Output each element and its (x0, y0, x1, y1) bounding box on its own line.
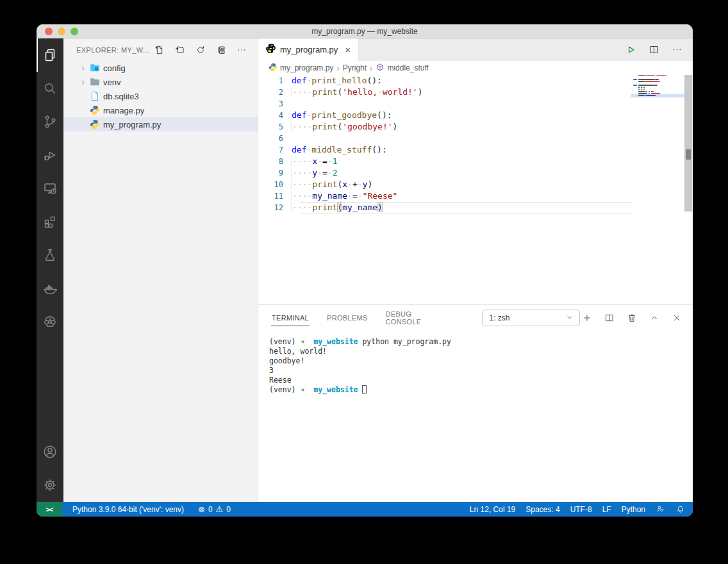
collapse-all-icon[interactable] (214, 43, 228, 57)
code-text: ····x·=·1 (292, 156, 337, 167)
docker-icon[interactable] (37, 272, 63, 305)
terminal-panel: TERMINALPROBLEMSDEBUG CONSOLE 1: zsh (ve… (258, 304, 693, 502)
minimize-window-button[interactable] (58, 28, 65, 35)
status-bar: >< Python 3.9.0 64-bit ('venv': venv) ⊗ … (37, 502, 693, 517)
account-icon[interactable] (37, 435, 63, 469)
split-terminal-icon[interactable] (602, 311, 616, 325)
chevron-down-icon (565, 313, 574, 324)
remote-indicator[interactable]: >< (37, 502, 62, 517)
file-tree: configvenvdb.sqlite3manage.pymy_program.… (63, 61, 258, 502)
editor-scrollbar[interactable] (684, 75, 693, 304)
explorer-icon[interactable] (37, 38, 63, 72)
kill-terminal-icon[interactable] (625, 311, 639, 325)
line-number: 10 (258, 179, 292, 190)
code-line-11[interactable]: 11····my_name·=·"Reese" (258, 190, 693, 202)
bell-icon[interactable] (675, 504, 685, 514)
code-text: ····print(x·+·y) (292, 179, 372, 190)
tree-item-db-sqlite3[interactable]: db.sqlite3 (63, 89, 258, 103)
code-line-6[interactable]: 6 (258, 133, 693, 144)
explorer-title: EXPLORER: MY_W... (76, 46, 153, 54)
refresh-icon[interactable] (194, 43, 208, 57)
search-icon[interactable] (37, 72, 63, 105)
code-editor[interactable]: 1def·print_hello():2····print('hello,·wo… (258, 75, 693, 304)
code-text: def·middle_stuff(): (292, 144, 387, 156)
source-control-icon[interactable] (37, 105, 63, 138)
tree-item-venv[interactable]: venv (63, 75, 258, 89)
language-mode-status[interactable]: Python (622, 505, 645, 514)
testing-icon[interactable] (37, 238, 63, 272)
maximize-panel-icon[interactable] (647, 311, 661, 325)
more-icon[interactable] (235, 43, 249, 57)
more-actions-icon[interactable] (670, 43, 684, 57)
chevron-right-icon[interactable] (79, 63, 90, 73)
file-label: manage.py (103, 106, 144, 115)
code-line-10[interactable]: 10····print(x·+·y) (258, 179, 693, 190)
panel-tab-debug-console[interactable]: DEBUG CONSOLE (385, 306, 440, 329)
feedback-icon[interactable] (656, 504, 665, 514)
code-line-2[interactable]: 2····print('hello,·world!') (258, 87, 693, 98)
close-panel-icon[interactable] (670, 311, 684, 325)
breadcrumb-item-my-program-py[interactable]: my_program.py (269, 63, 333, 74)
terminal-output[interactable]: (venv) ➜ my_website python my_program.py… (258, 331, 693, 502)
close-tab-icon[interactable]: × (345, 45, 351, 54)
code-line-5[interactable]: 5····print('goodbye!') (258, 121, 693, 133)
minimap[interactable] (633, 75, 684, 117)
code-line-1[interactable]: 1def·print_hello(): (258, 75, 693, 87)
eol-status[interactable]: LF (602, 505, 611, 514)
code-line-3[interactable]: 3 (258, 98, 693, 110)
code-line-8[interactable]: 8····x·=·1 (258, 156, 693, 167)
chevron-right-icon[interactable] (79, 77, 90, 87)
split-editor-icon[interactable] (647, 43, 661, 57)
tree-item-my-program-py[interactable]: my_program.py (63, 117, 258, 131)
new-folder-icon[interactable] (173, 43, 187, 57)
panel-tab-terminal[interactable]: TERMINAL (271, 310, 310, 326)
terminal-line: (venv) ➜ my_website python my_program.py (269, 337, 693, 347)
new-terminal-icon[interactable] (580, 311, 594, 325)
file-label: venv (103, 78, 120, 87)
indentation-status[interactable]: Spaces: 4 (525, 505, 559, 514)
tab-my-program[interactable]: my_program.py × (258, 38, 359, 61)
problems-status[interactable]: ⊗ 0 ⚠ 0 (198, 504, 231, 514)
window-title: my_program.py — my_website (311, 27, 417, 36)
kubernetes-icon[interactable] (37, 305, 63, 338)
tree-item-manage-py[interactable]: manage.py (63, 103, 258, 117)
shell-selector-value: 1: zsh (489, 313, 565, 322)
new-file-icon[interactable] (153, 43, 167, 57)
editor-actions (624, 38, 693, 61)
remote-explorer-icon[interactable] (37, 172, 63, 205)
panel-tab-problems[interactable]: PROBLEMS (326, 310, 368, 326)
breadcrumb-label: middle_stuff (387, 63, 428, 72)
line-number: 6 (258, 133, 292, 144)
breadcrumb-item-Pyright[interactable]: Pyright (343, 63, 367, 72)
run-debug-icon[interactable] (37, 138, 63, 172)
cursor-position-status[interactable]: Ln 12, Col 19 (470, 505, 515, 514)
settings-icon[interactable] (37, 469, 63, 502)
code-line-4[interactable]: 4def·print_goodbye(): (258, 110, 693, 121)
scrollbar-cursor-marker (686, 149, 691, 160)
scrollbar-slider[interactable] (684, 75, 692, 212)
tab-label: my_program.py (280, 45, 338, 54)
folder-icon (90, 77, 100, 87)
extensions-icon[interactable] (37, 205, 63, 238)
code-line-7[interactable]: 7def·middle_stuff(): (258, 144, 693, 156)
zoom-window-button[interactable] (70, 28, 78, 35)
breadcrumb-item-middle-stuff[interactable]: middle_stuff (376, 63, 428, 74)
panel-tabs: TERMINALPROBLEMSDEBUG CONSOLE (271, 306, 456, 329)
code-lines: 1def·print_hello():2····print('hello,·wo… (258, 75, 693, 213)
python-interpreter-status[interactable]: Python 3.9.0 64-bit ('venv': venv) (72, 505, 184, 514)
editor-group: my_program.py × my_program.py›Pyright›mi… (258, 38, 693, 502)
warning-icon: ⚠ (216, 504, 224, 514)
title-bar: my_program.py — my_website (37, 24, 693, 38)
code-line-9[interactable]: 9····y·=·2 (258, 167, 693, 179)
traffic-lights (45, 28, 78, 35)
shell-selector-dropdown[interactable]: 1: zsh (482, 310, 580, 326)
symbol-cube-icon (376, 63, 385, 74)
close-window-button[interactable] (45, 28, 53, 35)
run-python-file-icon[interactable] (624, 43, 638, 57)
line-number: 1 (258, 75, 292, 87)
file-label: db.sqlite3 (103, 92, 139, 101)
encoding-status[interactable]: UTF-8 (570, 505, 592, 514)
tree-item-config[interactable]: config (63, 61, 258, 75)
file-label: config (103, 63, 126, 73)
code-line-12[interactable]: 12····print(my_name) (258, 202, 693, 213)
